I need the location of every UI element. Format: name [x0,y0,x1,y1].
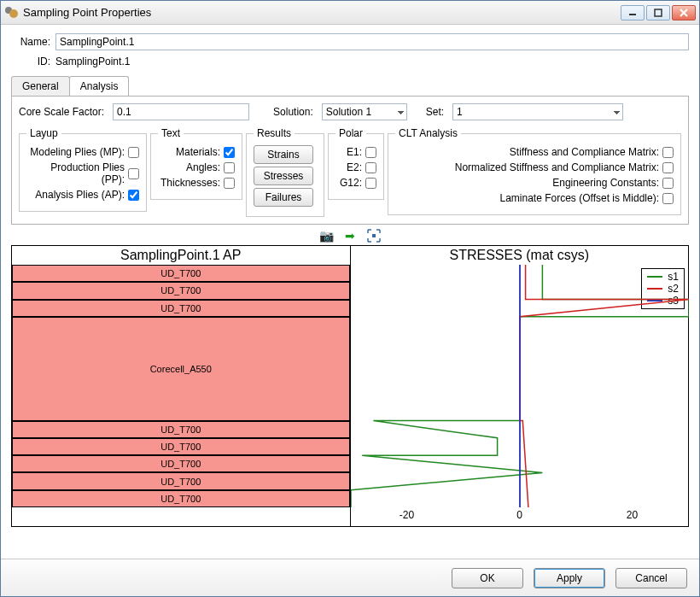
ec-checkbox[interactable] [662,178,674,189]
tab-analysis[interactable]: Analysis [69,76,130,96]
id-label: ID: [11,56,50,67]
pp-checkbox[interactable] [128,168,139,179]
ply-row: UD_T700 [12,265,350,282]
nsc-label: Normalized Stiffness and Compliance Matr… [455,161,659,173]
solution-label: Solution: [273,106,313,118]
chart-plystack: SamplingPoint.1 AP UD_T700UD_T700UD_T700… [12,246,350,526]
sc-label: Stiffness and Compliance Matrix: [510,146,659,158]
svg-rect-3 [655,9,662,16]
angles-checkbox[interactable] [224,162,235,173]
ok-button[interactable]: OK [452,568,523,588]
minimize-button[interactable] [621,5,645,20]
ply-row: UD_T700 [12,282,350,299]
name-input[interactable] [55,33,689,50]
solution-select[interactable]: Solution 1 [322,103,407,120]
id-value: SamplingPoint.1 [55,56,130,67]
g12-label: G12: [340,177,362,189]
tab-general[interactable]: General [11,76,70,96]
svg-point-1 [9,9,18,18]
pp-label: Production Plies (PP): [26,161,125,185]
window-title: Sampling Point Properties [23,6,621,19]
xtick: 20 [627,509,638,521]
e1-label: E1: [347,146,362,158]
sc-checkbox[interactable] [662,147,674,158]
ply-row: UD_T700 [12,300,350,317]
ply-row: UD_T700 [12,455,350,472]
ply-row: Corecell_A550 [12,317,350,421]
thicknesses-checkbox[interactable] [224,178,235,189]
stresses-xaxis: -20020 [351,507,689,526]
g12-checkbox[interactable] [365,178,376,189]
clt-legend: CLT Analysis [395,127,461,139]
fit-icon[interactable] [366,228,382,243]
nsc-checkbox[interactable] [662,162,674,173]
close-button[interactable] [672,5,696,20]
mp-checkbox[interactable] [128,147,139,158]
polar-legend: Polar [335,127,366,139]
snapshot-icon[interactable]: 📷 [318,228,334,243]
ec-label: Engineering Constants: [552,177,659,189]
set-select[interactable]: 1 [452,103,623,120]
e2-label: E2: [347,161,362,173]
svg-rect-6 [372,234,376,237]
ply-row: UD_T700 [12,421,350,438]
lf-checkbox[interactable] [662,193,674,204]
materials-label: Materials: [176,146,220,158]
thicknesses-label: Thicknesses: [160,177,220,189]
name-label: Name: [11,36,50,48]
tab-analysis-body: Core Scale Factor: Solution: Solution 1 … [11,96,689,225]
apply-button[interactable]: Apply [534,568,605,588]
dialog-buttonbar: OK Apply Cancel [1,559,699,596]
group-layup: Layup Modeling Plies (MP): Production Pl… [19,127,147,212]
stresses-title: STRESSES (mat csys) [351,246,689,265]
ply-row: UD_T700 [12,490,350,507]
results-legend: Results [254,127,295,139]
text-legend: Text [158,127,184,139]
titlebar: Sampling Point Properties [1,1,699,25]
xtick: 0 [516,509,522,521]
set-label: Set: [426,106,444,118]
chart-stresses: STRESSES (mat csys) s1 s2 s3 -20020 [350,246,689,526]
stresses-plot: s1 s2 s3 [351,265,689,507]
materials-checkbox[interactable] [224,147,235,158]
plystack-plot: UD_T700UD_T700UD_T700Corecell_A550UD_T70… [12,265,350,507]
plystack-title: SamplingPoint.1 AP [12,246,350,265]
next-icon[interactable]: ➡ [342,228,358,243]
ply-row: UD_T700 [12,438,350,455]
chart-toolbar: 📷 ➡ [11,228,689,243]
failures-button[interactable]: Failures [254,188,313,207]
tabstrip: General Analysis [11,76,689,96]
ap-label: Analysis Plies (AP): [35,189,125,201]
app-icon [4,6,18,20]
dialog-window: Sampling Point Properties Name: ID: Samp… [0,0,700,597]
group-text: Text Materials: Angles: Thicknesses: [150,127,242,200]
strains-button[interactable]: Strains [254,145,313,164]
group-clt: CLT Analysis Stiffness and Compliance Ma… [388,127,681,215]
angles-label: Angles: [186,161,220,173]
core-scale-label: Core Scale Factor: [19,106,104,118]
maximize-button[interactable] [646,5,670,20]
charts-area: SamplingPoint.1 AP UD_T700UD_T700UD_T700… [11,245,689,527]
core-scale-input[interactable] [113,103,249,120]
layup-legend: Layup [26,127,61,139]
stresses-button[interactable]: Stresses [254,167,313,185]
group-results: Results Strains Stresses Failures [246,127,324,217]
e2-checkbox[interactable] [365,162,376,173]
group-polar: Polar E1: E2: G12: [328,127,384,200]
ap-checkbox[interactable] [128,190,139,201]
lf-label: Laminate Forces (Offset is Middle): [499,192,659,204]
xtick: -20 [400,509,414,521]
mp-label: Modeling Plies (MP): [30,146,125,158]
ply-row: UD_T700 [12,472,350,489]
cancel-button[interactable]: Cancel [615,568,687,588]
e1-checkbox[interactable] [365,147,376,158]
